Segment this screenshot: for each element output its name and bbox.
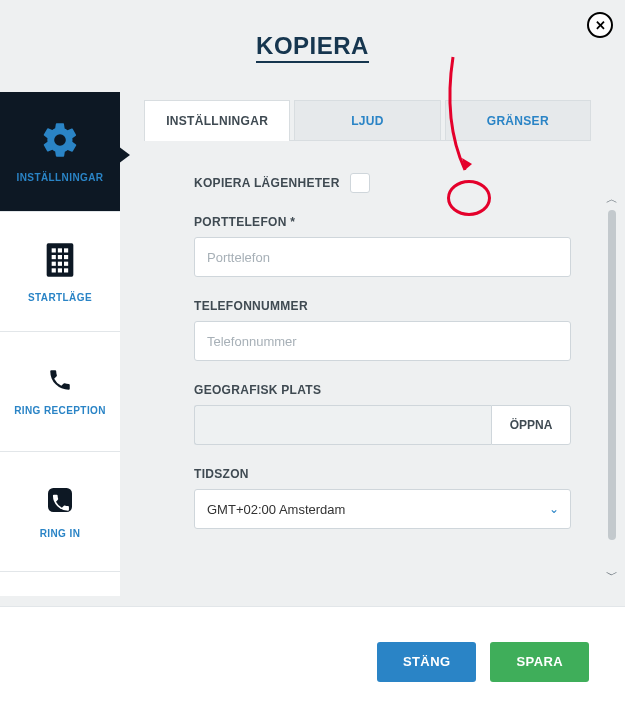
- svg-rect-4: [52, 255, 56, 259]
- porttelefon-input[interactable]: [194, 237, 571, 277]
- svg-rect-3: [64, 248, 68, 252]
- row-copy-apartments: KOPIERA LÄGENHETER: [194, 173, 571, 193]
- tab-label: LJUD: [351, 114, 384, 128]
- close-icon[interactable]: ✕: [587, 12, 613, 38]
- sidebar-item-label: STARTLÄGE: [28, 292, 92, 303]
- row-porttelefon: PORTTELEFON *: [194, 215, 571, 277]
- telefonnummer-input[interactable]: [194, 321, 571, 361]
- svg-rect-2: [58, 248, 62, 252]
- scroll-down-icon[interactable]: ﹀: [605, 568, 619, 582]
- sidebar-item-label: RING IN: [40, 528, 81, 539]
- sidebar: INSTÄLLNINGAR STARTLÄGE: [0, 92, 120, 596]
- tidszon-select-wrap: GMT+02:00 Amsterdam ⌄: [194, 489, 571, 529]
- sidebar-item-ring-in[interactable]: RING IN: [0, 452, 120, 572]
- geografisk-group: ÖPPNA: [194, 405, 571, 445]
- close-button[interactable]: STÄNG: [377, 642, 477, 682]
- scroll-up-icon[interactable]: ︿: [605, 192, 619, 206]
- scroll-thumb[interactable]: [608, 210, 616, 540]
- phone-in-icon: [44, 484, 76, 516]
- svg-rect-12: [64, 268, 68, 272]
- tabs: INSTÄLLNINGAR LJUD GRÄNSER: [144, 100, 591, 141]
- modal-title-text: KOPIERA: [256, 32, 369, 63]
- phone-icon: [47, 367, 73, 393]
- copy-apartments-checkbox[interactable]: [350, 173, 370, 193]
- sidebar-item-label: INSTÄLLNINGAR: [17, 172, 104, 183]
- tab-ljud[interactable]: LJUD: [294, 100, 440, 140]
- svg-rect-1: [52, 248, 56, 252]
- row-telefonnummer: TELEFONNUMMER: [194, 299, 571, 361]
- modal-footer: STÄNG SPARA: [0, 606, 625, 716]
- save-button[interactable]: SPARA: [490, 642, 589, 682]
- svg-rect-7: [52, 262, 56, 266]
- row-geografisk: GEOGRAFISK PLATS ÖPPNA: [194, 383, 571, 445]
- porttelefon-label: PORTTELEFON *: [194, 215, 571, 229]
- svg-rect-11: [58, 268, 62, 272]
- telefonnummer-label: TELEFONNUMMER: [194, 299, 571, 313]
- sidebar-item-ring-reception[interactable]: RING RECEPTION: [0, 332, 120, 452]
- tab-installningar[interactable]: INSTÄLLNINGAR: [144, 100, 290, 140]
- gear-icon: [40, 120, 80, 160]
- sidebar-item-label: RING RECEPTION: [14, 405, 106, 416]
- tab-granser[interactable]: GRÄNSER: [445, 100, 591, 140]
- main-panel: INSTÄLLNINGAR LJUD GRÄNSER KOPIERA LÄGEN…: [120, 92, 625, 596]
- row-tidszon: TIDSZON GMT+02:00 Amsterdam ⌄: [194, 467, 571, 529]
- copy-apartments-label: KOPIERA LÄGENHETER: [194, 176, 340, 190]
- modal-title: KOPIERA: [0, 0, 625, 60]
- tab-label: GRÄNSER: [487, 114, 549, 128]
- svg-rect-9: [64, 262, 68, 266]
- svg-rect-5: [58, 255, 62, 259]
- sidebar-item-installningar[interactable]: INSTÄLLNINGAR: [0, 92, 120, 212]
- tidszon-select[interactable]: GMT+02:00 Amsterdam: [194, 489, 571, 529]
- tab-label: INSTÄLLNINGAR: [166, 114, 268, 128]
- geografisk-input: [194, 405, 491, 445]
- open-button[interactable]: ÖPPNA: [491, 405, 571, 445]
- svg-rect-8: [58, 262, 62, 266]
- modal-body: INSTÄLLNINGAR STARTLÄGE: [0, 92, 625, 596]
- geografisk-label: GEOGRAFISK PLATS: [194, 383, 571, 397]
- tidszon-label: TIDSZON: [194, 467, 571, 481]
- modal: ✕ KOPIERA INSTÄLLNINGAR: [0, 0, 625, 716]
- scrollbar[interactable]: ︿ ﹀: [605, 192, 619, 582]
- form: KOPIERA LÄGENHETER PORTTELEFON * TELEFON…: [144, 173, 591, 529]
- svg-rect-10: [52, 268, 56, 272]
- keypad-icon: [40, 240, 80, 280]
- sidebar-item-startlage[interactable]: STARTLÄGE: [0, 212, 120, 332]
- svg-rect-6: [64, 255, 68, 259]
